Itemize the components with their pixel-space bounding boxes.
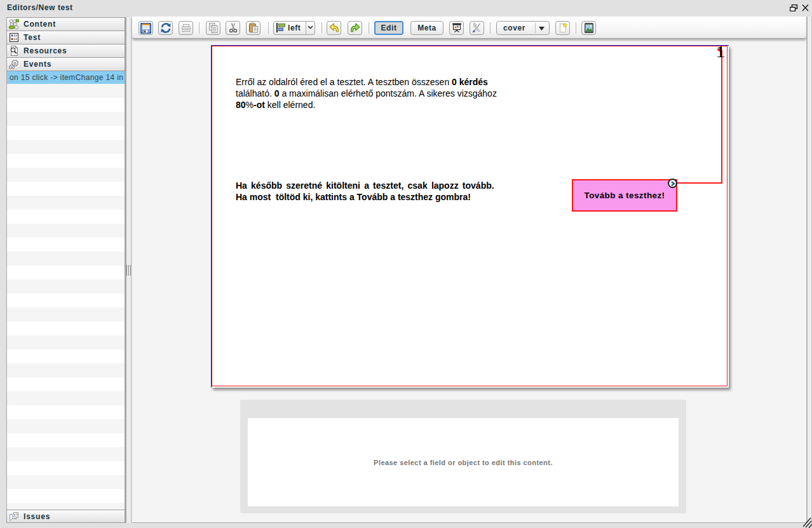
svg-text:?: ? xyxy=(11,513,15,519)
svg-text:?: ? xyxy=(15,513,18,517)
